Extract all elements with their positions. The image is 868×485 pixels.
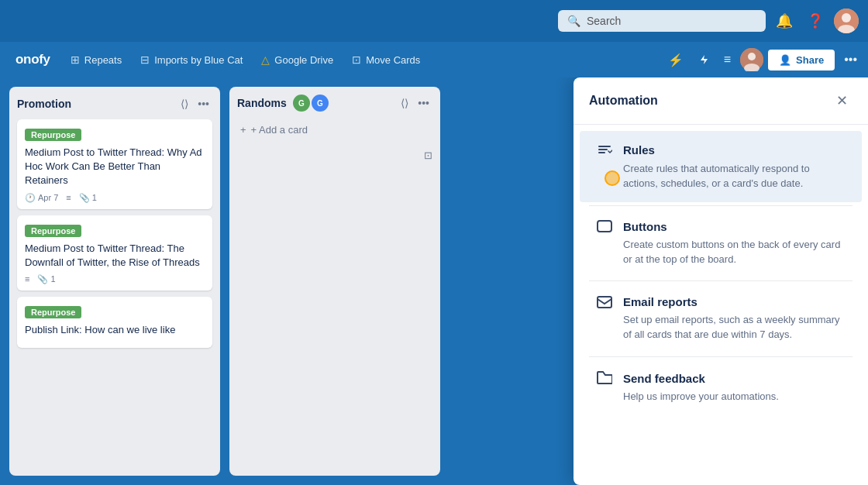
card-3-tag: Repurpose bbox=[25, 306, 81, 318]
card-1-date: 🕐 Apr 7 bbox=[25, 193, 58, 203]
automation-title: Automation bbox=[589, 94, 658, 108]
rules-header: Rules bbox=[595, 142, 846, 157]
randoms-nav-icon[interactable]: ⟨⟩ bbox=[398, 95, 412, 111]
randoms-header-icons: ⟨⟩ ••• bbox=[398, 95, 432, 111]
randoms-more-icon[interactable]: ••• bbox=[415, 95, 432, 111]
nav-right: ⚡ ≡ 👤 Share ••• bbox=[663, 48, 862, 72]
more-icon[interactable]: ••• bbox=[839, 48, 862, 71]
user-avatar-top[interactable] bbox=[834, 9, 859, 33]
list-more-icon[interactable]: ••• bbox=[195, 96, 212, 112]
clock-icon: 🕐 bbox=[25, 193, 36, 203]
card-1[interactable]: Repurpose Medium Post to Twitter Thread:… bbox=[17, 119, 212, 209]
card-2-tag: Repurpose bbox=[25, 225, 81, 237]
nav-item-repeats[interactable]: ⊞ Repeats bbox=[63, 49, 129, 71]
randoms-left: Randoms G G bbox=[237, 95, 329, 112]
nav-item-movecards[interactable]: ⊡ Move Cards bbox=[344, 49, 428, 71]
notifications-icon[interactable]: 🔔 bbox=[772, 9, 797, 33]
divider-3 bbox=[589, 356, 852, 357]
desc-icon-2: ≡ bbox=[25, 274, 29, 284]
buttons-icon bbox=[595, 220, 614, 232]
automation-panel: Automation ✕ Rules Create rules that aut… bbox=[574, 77, 868, 485]
add-card-label: + Add a card bbox=[251, 124, 308, 136]
attach-icon: 📎 bbox=[79, 193, 90, 203]
svg-point-1 bbox=[842, 13, 851, 22]
automation-item-rules[interactable]: Rules Create rules that automatically re… bbox=[580, 131, 862, 202]
nav-item-gdrive[interactable]: △ Google Drive bbox=[253, 49, 341, 71]
repeats-label: Repeats bbox=[84, 54, 122, 66]
rules-desc: Create rules that automatically respond … bbox=[595, 162, 846, 191]
randoms-avatars: G G bbox=[293, 95, 329, 112]
feedback-icon bbox=[595, 371, 614, 385]
rules-icon bbox=[595, 142, 614, 157]
attach-icon-2: 📎 bbox=[37, 274, 48, 284]
automation-item-buttons[interactable]: Buttons Create custom buttons on the bac… bbox=[580, 209, 862, 278]
divider-1 bbox=[589, 205, 852, 206]
card-1-attach: 📎 1 bbox=[79, 193, 97, 203]
divider-2 bbox=[589, 280, 852, 281]
buttons-desc: Create custom buttons on the back of eve… bbox=[595, 238, 846, 267]
card-1-title: Medium Post to Twitter Thread: Why Ad Ho… bbox=[25, 146, 205, 188]
randoms-copy-btn: ⊡ bbox=[237, 146, 432, 164]
list-randoms-title: Randoms bbox=[237, 97, 287, 109]
gdrive-icon: △ bbox=[261, 53, 270, 66]
automation-item-feedback[interactable]: Send feedback Help us improve your autom… bbox=[580, 360, 862, 415]
buttons-title: Buttons bbox=[623, 220, 667, 233]
add-card-btn[interactable]: + + Add a card bbox=[237, 119, 432, 140]
card-1-desc: ≡ bbox=[66, 193, 71, 202]
movecards-icon: ⊡ bbox=[352, 53, 361, 66]
card-3-title: Publish Link: How can we live like bbox=[25, 323, 205, 337]
email-icon bbox=[595, 296, 614, 308]
randoms-avatar-1: G bbox=[293, 95, 310, 112]
copy-icon[interactable]: ⊡ bbox=[424, 150, 432, 161]
buttons-header: Buttons bbox=[595, 220, 846, 233]
list-promotion: Promotion ⟨⟩ ••• Repurpose Medium Post t… bbox=[9, 87, 220, 476]
automation-close-btn[interactable]: ✕ bbox=[831, 90, 852, 112]
list-promotion-header: Promotion ⟨⟩ ••• bbox=[17, 95, 212, 113]
automation-item-email[interactable]: Email reports Set up email reports, such… bbox=[580, 284, 862, 353]
movecards-label: Move Cards bbox=[366, 54, 420, 66]
feedback-desc: Help us improve your automations. bbox=[595, 390, 846, 404]
nav-item-imports[interactable]: ⊟ Imports by Blue Cat bbox=[133, 49, 250, 71]
nav-bar: onofy ⊞ Repeats ⊟ Imports by Blue Cat △ … bbox=[0, 42, 868, 77]
feedback-header: Send feedback bbox=[595, 371, 846, 385]
filter-icon[interactable]: ⚡ bbox=[663, 48, 688, 72]
share-button[interactable]: 👤 Share bbox=[768, 50, 835, 71]
card-2-desc: ≡ bbox=[25, 274, 29, 284]
card-2-attach: 📎 1 bbox=[37, 274, 55, 284]
list-promotion-icons: ⟨⟩ ••• bbox=[177, 96, 212, 112]
list-randoms: Randoms G G ⟨⟩ ••• + + Add a card ⊡ bbox=[229, 87, 440, 476]
add-card-icon: + bbox=[240, 124, 246, 136]
card-2-title: Medium Post to Twitter Thread: The Downf… bbox=[25, 242, 205, 270]
top-bar: 🔍 Search 🔔 ❓ bbox=[0, 0, 868, 42]
share-person-icon: 👤 bbox=[779, 54, 791, 66]
card-1-tag: Repurpose bbox=[25, 129, 81, 141]
svg-point-4 bbox=[748, 53, 756, 60]
list-randoms-header: Randoms G G ⟨⟩ ••• bbox=[237, 95, 432, 112]
share-label: Share bbox=[796, 54, 824, 66]
imports-label: Imports by Blue Cat bbox=[154, 54, 243, 66]
svg-rect-6 bbox=[598, 221, 611, 232]
card-3[interactable]: Repurpose Publish Link: How can we live … bbox=[17, 297, 212, 348]
search-label: Search bbox=[587, 15, 621, 27]
card-1-meta: 🕐 Apr 7 ≡ 📎 1 bbox=[25, 193, 205, 203]
imports-icon: ⊟ bbox=[140, 53, 150, 66]
lightning-icon[interactable] bbox=[693, 49, 715, 71]
rules-title: Rules bbox=[623, 143, 655, 157]
svg-rect-7 bbox=[598, 297, 611, 308]
email-title: Email reports bbox=[623, 295, 698, 308]
list-promotion-title: Promotion bbox=[17, 98, 71, 110]
email-header: Email reports bbox=[595, 295, 846, 308]
automation-header: Automation ✕ bbox=[574, 77, 868, 125]
gdrive-label: Google Drive bbox=[274, 54, 333, 66]
automation-body: Rules Create rules that automatically re… bbox=[574, 125, 868, 421]
menu-filter-icon[interactable]: ≡ bbox=[719, 48, 735, 71]
desc-icon: ≡ bbox=[66, 193, 71, 202]
email-desc: Set up email reports, such as a weekly s… bbox=[595, 313, 846, 342]
card-2[interactable]: Repurpose Medium Post to Twitter Thread:… bbox=[17, 215, 212, 291]
list-nav-icon[interactable]: ⟨⟩ bbox=[177, 96, 191, 112]
help-icon[interactable]: ❓ bbox=[803, 9, 828, 33]
user-avatar-nav[interactable] bbox=[740, 48, 763, 71]
board: Promotion ⟨⟩ ••• Repurpose Medium Post t… bbox=[0, 77, 868, 485]
search-box[interactable]: 🔍 Search bbox=[558, 10, 766, 32]
randoms-avatar-2: G bbox=[312, 95, 329, 112]
